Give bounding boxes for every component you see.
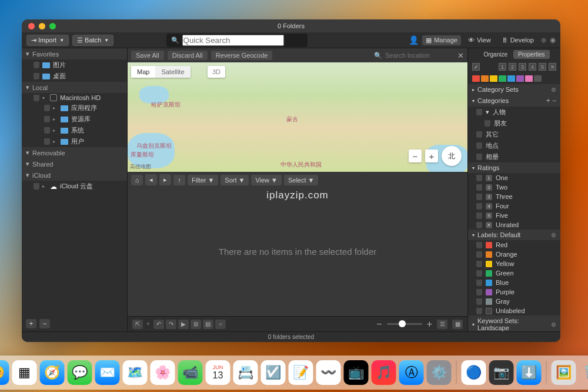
circle-icon[interactable]: ○ bbox=[215, 320, 226, 329]
mode-manage[interactable]: ▦Manage bbox=[422, 35, 461, 45]
tab-organize[interactable]: Organize bbox=[479, 50, 512, 59]
gear-icon[interactable]: ⚙ bbox=[551, 232, 556, 238]
section-category-sets[interactable]: ▸Category Sets⚙ bbox=[468, 84, 560, 95]
color-blue[interactable] bbox=[507, 75, 515, 82]
facetime-icon[interactable]: 📹 bbox=[178, 360, 203, 385]
batch-button[interactable]: ☰ Batch▼ bbox=[72, 35, 113, 46]
safari-icon[interactable]: 🧭 bbox=[40, 360, 65, 385]
rating-clear[interactable]: ✕ bbox=[549, 63, 556, 71]
mode-view[interactable]: 👁View bbox=[465, 35, 495, 45]
remove-button[interactable]: − bbox=[39, 319, 50, 328]
compare-icon[interactable]: ⊞ bbox=[191, 320, 201, 329]
launchpad-icon[interactable]: ▦ bbox=[12, 360, 37, 385]
view-button[interactable]: View▼ bbox=[251, 175, 282, 185]
number-365-icon[interactable]: ⊚ bbox=[541, 36, 546, 44]
notes-icon[interactable]: 📝 bbox=[289, 360, 313, 385]
label-blue[interactable]: Blue bbox=[468, 278, 560, 287]
sidebar-item-applications[interactable]: ▸应用程序 bbox=[22, 102, 127, 114]
appstore-icon[interactable]: Ⓐ bbox=[399, 360, 424, 385]
cat-other[interactable]: 其它 bbox=[468, 129, 560, 140]
label-red[interactable]: Red bbox=[468, 240, 560, 250]
trash-icon[interactable]: 🗑️ bbox=[579, 360, 589, 385]
zoom-in-button[interactable]: + bbox=[425, 150, 438, 162]
color-red[interactable] bbox=[472, 75, 480, 82]
external-icon[interactable]: ⇱ bbox=[132, 320, 143, 329]
color-purple[interactable] bbox=[516, 75, 524, 82]
label-green[interactable]: Green bbox=[468, 268, 560, 278]
section-labels[interactable]: ▾Labels: Default⚙ bbox=[468, 230, 560, 240]
rating-three[interactable]: 3Three bbox=[468, 192, 560, 201]
chrome-icon[interactable]: 🔵 bbox=[462, 360, 486, 385]
tab-properties[interactable]: Properties bbox=[513, 50, 550, 59]
slider-track[interactable] bbox=[387, 323, 422, 325]
home-button[interactable]: ⌂ bbox=[131, 175, 143, 185]
maximize-button[interactable] bbox=[49, 23, 56, 29]
freeform-icon[interactable]: 〰️ bbox=[316, 360, 341, 385]
quick-search-input[interactable] bbox=[182, 35, 284, 46]
calendar-icon[interactable]: JUN13 bbox=[206, 360, 230, 385]
rating-5[interactable]: 5 bbox=[539, 63, 546, 71]
settings-icon[interactable]: ⚙️ bbox=[427, 360, 452, 385]
sidebar-item-library[interactable]: ▸资源库 bbox=[22, 114, 127, 125]
map-viewport[interactable]: 哈萨克斯坦 蒙古 乌兹别克斯坦 库曼斯坦 中华人民共和国 Map Satelli… bbox=[128, 62, 467, 172]
select-button[interactable]: Select▼ bbox=[284, 175, 318, 185]
cat-place[interactable]: 地点 bbox=[468, 140, 560, 151]
gear-icon[interactable]: ⚙ bbox=[551, 87, 556, 93]
color-none[interactable] bbox=[534, 75, 542, 82]
gear-icon[interactable]: ⚙ bbox=[551, 321, 556, 328]
forward-button[interactable]: ▸ bbox=[159, 174, 171, 185]
section-removable[interactable]: ▾Removable bbox=[22, 147, 127, 158]
label-gray[interactable]: Gray bbox=[468, 297, 560, 306]
stack-icon[interactable]: ▤ bbox=[203, 320, 213, 329]
mode-develop[interactable]: 🎚Develop bbox=[498, 35, 537, 45]
rotate-right-icon[interactable]: ↷ bbox=[166, 320, 176, 329]
section-ratings[interactable]: ▾Ratings bbox=[468, 162, 560, 173]
color-orange[interactable] bbox=[481, 75, 489, 82]
grid-view-icon[interactable]: ▦ bbox=[452, 320, 463, 329]
zoom-out-button[interactable]: − bbox=[409, 150, 422, 162]
sidebar-item-icloud-drive[interactable]: ▸☁iCloud 云盘 bbox=[22, 181, 127, 192]
close-map-icon[interactable]: ✕ bbox=[457, 51, 464, 60]
close-button[interactable] bbox=[28, 23, 35, 29]
rotate-left-icon[interactable]: ↶ bbox=[153, 320, 164, 329]
compass-icon[interactable]: 北 bbox=[442, 146, 462, 166]
contacts-icon[interactable]: 📇 bbox=[233, 360, 258, 385]
section-keyword-sets[interactable]: ▾Keyword Sets: Landscape⚙ bbox=[468, 315, 560, 331]
photos-icon[interactable]: 🌸 bbox=[151, 360, 175, 385]
import-button[interactable]: ⇥ Import▼ bbox=[26, 35, 69, 46]
check-icon[interactable]: ✓ bbox=[472, 63, 480, 71]
map-type-satellite[interactable]: Satellite bbox=[155, 66, 190, 78]
label-orange[interactable]: Orange bbox=[468, 250, 560, 259]
color-pink[interactable] bbox=[525, 75, 533, 82]
map-type-3d[interactable]: 3D bbox=[208, 66, 225, 78]
sidebar-item-desktop[interactable]: 桌面 bbox=[22, 71, 127, 82]
rating-five[interactable]: 5Five bbox=[468, 211, 560, 220]
rating-2[interactable]: 2 bbox=[509, 63, 516, 71]
user-icon[interactable]: 👤 bbox=[409, 35, 419, 45]
sidebar-item-pictures[interactable]: 图片 bbox=[22, 59, 127, 71]
rating-1[interactable]: 1 bbox=[499, 63, 506, 71]
rating-one[interactable]: 1One bbox=[468, 173, 560, 182]
zoom-out-icon[interactable]: − bbox=[376, 319, 382, 330]
cat-friend[interactable]: 朋友 bbox=[468, 118, 560, 129]
section-categories[interactable]: ▾Categories+ − bbox=[468, 95, 560, 107]
color-green[interactable] bbox=[499, 75, 506, 82]
music-icon[interactable]: 🎵 bbox=[372, 360, 396, 385]
map-search[interactable]: 🔍 ✕ bbox=[374, 51, 464, 60]
add-button[interactable]: + bbox=[26, 319, 36, 328]
color-yellow[interactable] bbox=[490, 75, 497, 82]
rating-four[interactable]: 4Four bbox=[468, 201, 560, 211]
zoom-in-icon[interactable]: + bbox=[427, 319, 432, 330]
app-icon[interactable]: 📷 bbox=[489, 360, 514, 385]
map-search-input[interactable] bbox=[385, 52, 450, 59]
list-view-icon[interactable]: ☰ bbox=[437, 320, 447, 329]
add-category-icon[interactable]: + − bbox=[546, 97, 556, 105]
minimize-button[interactable] bbox=[39, 23, 45, 29]
label-purple[interactable]: Purple bbox=[468, 287, 560, 297]
filter-button[interactable]: Filter▼ bbox=[188, 175, 218, 185]
rating-two[interactable]: 2Two bbox=[468, 182, 560, 192]
sort-button[interactable]: Sort▼ bbox=[220, 175, 249, 185]
section-local[interactable]: ▾Local bbox=[22, 82, 127, 93]
map-type-map[interactable]: Map bbox=[131, 66, 155, 78]
rating-4[interactable]: 4 bbox=[529, 63, 536, 71]
